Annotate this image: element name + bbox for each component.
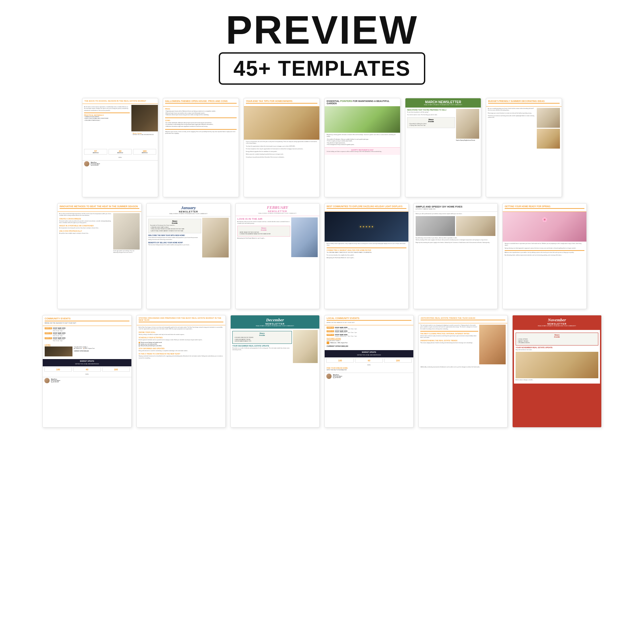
template-december[interactable]: December NEWSLETTER REAL ESTATE UPDATES … (230, 315, 320, 428)
card7-body: As you first yourself with high temperat… (59, 213, 112, 217)
card6-body: Are you considering giving your home a f… (488, 108, 536, 112)
template-local-events[interactable]: LOCAL COMMUNITY EVENTS BRING ON THE SEAS… (324, 315, 414, 428)
template-community-events[interactable]: COMMUNITY EVENTS BRING ON THE SEASON TO … (42, 315, 132, 428)
card10-image: ✦ ✦ ✦ ✦ ✦ (325, 212, 408, 242)
card13-price: $240k (43, 374, 131, 376)
card16-stat3: 180 (384, 358, 412, 363)
card18-header: November NEWSLETTER REAL ESTATE UPDATES … (513, 315, 601, 329)
card13-listing-details: COLORS UNTIL TOWN: 6🛏 3 Bathrooms 🏠 4050… (74, 346, 129, 356)
card13-event1: MONTH 00 EVENT NAME HERE Location: addre… (45, 327, 129, 332)
template-anticipating-trends[interactable]: ANTICIPATING REAL ESTATE TRENDS THE YEAR… (418, 315, 508, 428)
card6-image2 (537, 129, 560, 149)
card5-title: MARCH NEWSLETTER (408, 100, 478, 104)
card16-agent-info: Maria Perez Real Estate Agent 📞 @realest… (333, 374, 342, 378)
card8-title: January (149, 205, 228, 210)
card16-title: LOCAL COMMUNITY EVENTS (327, 317, 411, 321)
card4-title: ESSENTIAL POINTERS FOR MAINTAINING A BEA… (327, 100, 398, 105)
card14-section4: IS THIS A TREND TO CONTINUE IN THE NEW Y… (139, 353, 223, 355)
card10-title: BEST COMMUNITIES TO EXPLORE DAZZLING HOL… (327, 205, 406, 209)
template-summer-heat[interactable]: INNOVATIVE METHODS TO BEAT THE HEAT IN T… (57, 203, 142, 309)
card18-title: November (515, 317, 599, 323)
card1-price: $240k (82, 157, 158, 159)
card13-agent-info: Maria Perez Real Estate Agent 📞 @realest… (51, 379, 60, 383)
card9-title: FEBRUARY (238, 205, 317, 210)
card2-footer: Halloween open houses, if done correctly… (165, 131, 237, 135)
template-staying-organized[interactable]: STAYING ORGANIZED AND PREPARED FOR THE B… (136, 315, 226, 428)
template-garden[interactable]: ESSENTIAL POINTERS FOR MAINTAINING A BEA… (324, 98, 400, 197)
card1-stat2: 40 MONTHS 00 (109, 149, 132, 155)
card13-event2: MONTH 00 EVENT NAME HERE Location: addre… (45, 332, 129, 337)
card2-cons-label: CONS: (165, 119, 237, 121)
template-year-end-tax[interactable]: YEAR-END TAX TIPS FOR HOMEOWNERS If you'… (244, 98, 320, 197)
card14-check3: Network with potential buyers and seller… (139, 345, 223, 346)
card13-listing-label: LISTING (45, 344, 129, 346)
card12-image: 🌸 (503, 212, 586, 242)
card16-event1: MONTH 00 EVENT NAME HERE Location: addre… (327, 327, 411, 330)
card7-section1: CREATE A CROSS-BREEZE (59, 218, 112, 220)
card11-body: Before you call a professional, try to a… (416, 213, 495, 215)
card16-stat1: 180 (326, 358, 354, 363)
card1-bullets: • CREATE A CROSS-BREED• INVEST IN A PORT… (84, 116, 130, 122)
card16-event3: MONTH 30 EVENT NAME HERE Location: addre… (327, 334, 411, 337)
card15-news-inside: NewsInside • HOLIDAY HOME DECOR TRENDS •… (232, 331, 292, 344)
card16-featured-label: FEATURED LISTING (327, 338, 411, 340)
card5-news-inside: NewsInside • Essentials for Selling Your… (407, 117, 455, 128)
template-simple-fixes[interactable]: SIMPLE AND SPEEDY DIY HOME FIXES A PERFE… (413, 203, 498, 309)
template-january[interactable]: January NEWSLETTER REAL ESTATE UPDATES F… (146, 203, 231, 309)
card3-body: If you're a homeowner, the end of the ye… (246, 141, 317, 145)
template-halloween[interactable]: HALLOWEEN-THEMED OPEN HOUSE: PROS AND CO… (163, 98, 239, 197)
card16-listing-icon (327, 342, 329, 344)
card2-pros-label: PROS: (165, 108, 237, 110)
card14-section2: SCHEDULE YOUR ACTIVITIES: (139, 337, 223, 339)
header: PREVIEW 45+ TEMPLATES (219, 10, 425, 85)
card9-love: LOVE IS IN THE AIR (237, 217, 290, 220)
card1-agent-info: Maria Perez Real Estate Agent 📞 @realest… (91, 162, 100, 166)
row-2: INNOVATIVE METHODS TO BEAT THE HEAT IN T… (13, 203, 631, 309)
template-budget[interactable]: BUDGET-FRIENDLY SUMMER DECORATING IDEAS … (486, 98, 562, 197)
card16-subtitle: BRING ON THE SEASON TO GET YOUR SET! (327, 322, 411, 323)
card9-image (291, 217, 318, 257)
templates-badge: 45+ TEMPLATES (219, 52, 425, 85)
card10-body: As the holiday season approaches, many n… (327, 243, 406, 247)
template-march[interactable]: MARCH NEWSLETTER REAL ESTATE UPDATES FRO… (405, 98, 481, 197)
template-spring[interactable]: GETTING YOUR HOME READY FOR SPRING: 🌸 Sp… (502, 203, 587, 309)
template-back-to-school[interactable]: THE BACK-TO-SCHOOL SEASON IN THE REAL ES… (82, 98, 158, 197)
template-february[interactable]: FEBRUARY NEWSLETTER REAL ESTATE UPDATES … (235, 203, 320, 309)
card4-bullets: • Be mindful of Fertilization: Only use … (327, 139, 398, 146)
card4-body: Maintaining a thriving garden demands co… (327, 134, 398, 138)
card14-body: As the New Year begins, it's time to set… (139, 327, 223, 330)
card17-title: ANTICIPATING REAL ESTATE TRENDS THE YEAR… (421, 317, 505, 320)
card2-title: HALLOWEEN-THEMED OPEN HOUSE: PROS AND CO… (165, 100, 237, 104)
card12-body: Spring is a wonderful time to rejuvenate… (505, 243, 584, 247)
card10-market-label: CONNECTING A MARKET ANALYSIS FOR HOME BU… (327, 249, 406, 251)
card3-title: YEAR-END TAX TIPS FOR HOMEOWNERS (246, 100, 317, 104)
page-container: PREVIEW 45+ TEMPLATES THE BACK-TO-SCHOOL… (0, 0, 644, 644)
card8-benefits: BENEFITS OF SELLING YOUR HOME NOW? (148, 242, 201, 244)
card13-subtitle: BRING ON THE SEASON TO GET YOUR SET! (45, 322, 129, 324)
card2-pros: • Organizing open houses with a Hallowee… (165, 111, 237, 116)
card2-cons: • For certain individuals, Halloween-the… (165, 122, 237, 128)
card15-title: December (233, 317, 317, 323)
card8-news-inside: NewsInside Essentials for Purchasing You… (148, 219, 201, 233)
card11-subtitle: A PERFECT MARKET ANALYSIS (416, 208, 495, 210)
card9-subtitle: NEWSLETTER (238, 210, 317, 212)
card18-your-nov: YOUR NOVEMBER REAL ESTATE UPDATE (516, 346, 598, 348)
card1-stat3: 180 MONTHS 00 (133, 149, 156, 155)
card11-image1 (416, 216, 455, 236)
card1-title: THE BACK-TO-SCHOOL SEASON IN THE REAL ES… (84, 100, 146, 102)
card4-image (325, 106, 400, 133)
template-november[interactable]: November NEWSLETTER REAL ESTATE UPDATES … (512, 315, 602, 428)
card18-tagline: REAL ESTATE UPDATES FROM AROUND YOUR COM… (515, 325, 599, 327)
card13-stat3: 180 (102, 367, 130, 372)
card13-agent-avatar (44, 378, 50, 383)
card16-find-sub: WITH THE HELP OF A REALTOR (327, 369, 411, 371)
card18-inner: NewsInside • LOCAL LISTINGS • MARKET TRE… (514, 330, 600, 384)
template-holiday-lights[interactable]: BEST COMMUNITIES TO EXPLORE DAZZLING HOL… (324, 203, 409, 309)
card8-tagline: REAL ESTATE UPDATES FROM AROUND YOUR COM… (149, 213, 228, 214)
preview-title: PREVIEW (219, 10, 425, 50)
card1-stat1: 97 MONTHS 00 (84, 149, 107, 155)
card17-body: The real estate market is ever-changing … (420, 325, 478, 330)
card13-event3: MONTH 00 EVENT NAME HERE Location: addre… (45, 337, 129, 342)
card8-subtitle: NEWSLETTER (149, 210, 228, 213)
card14-section3: STAY INFORMED AND UPDATED: (139, 347, 223, 349)
